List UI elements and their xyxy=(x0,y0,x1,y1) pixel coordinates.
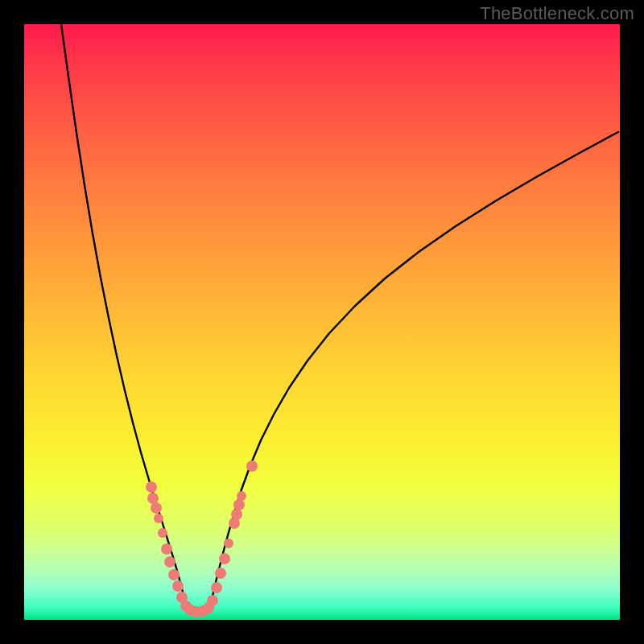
data-markers xyxy=(146,460,258,617)
watermark-text: TheBottleneck.com xyxy=(480,3,634,24)
marker-dot xyxy=(158,528,167,538)
marker-dot xyxy=(172,580,184,592)
marker-dot xyxy=(164,556,175,568)
marker-dot xyxy=(233,499,245,510)
marker-dot xyxy=(151,502,162,514)
marker-dot xyxy=(161,543,172,555)
marker-dot xyxy=(147,493,159,504)
marker-dot xyxy=(231,509,242,520)
marker-dot xyxy=(168,569,180,580)
gradient-plot-area xyxy=(24,24,620,620)
marker-dot xyxy=(146,481,157,493)
marker-dot xyxy=(211,582,222,593)
chart-frame: TheBottleneck.com xyxy=(0,0,644,644)
curve-overlay xyxy=(24,24,620,620)
curve-right-curve xyxy=(211,132,618,604)
marker-dot xyxy=(215,568,226,579)
marker-dot xyxy=(246,460,258,472)
marker-dot xyxy=(237,491,246,501)
marker-dot xyxy=(219,553,230,564)
bottleneck-curves xyxy=(61,24,618,612)
marker-dot xyxy=(154,514,163,523)
marker-dot xyxy=(207,595,218,606)
marker-dot xyxy=(224,539,233,548)
curve-left-curve xyxy=(61,24,185,604)
